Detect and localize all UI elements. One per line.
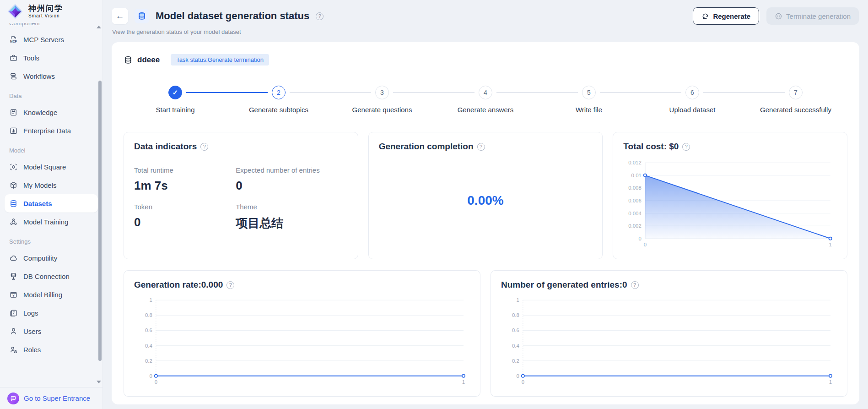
total-cost-chart: 00.0020.0040.0060.0080.010.01201 xyxy=(623,158,837,250)
box-icon xyxy=(9,181,18,190)
step-label: Generated successfully xyxy=(760,106,831,114)
section-label-model: Model xyxy=(9,147,93,154)
sidebar-item-model-training[interactable]: Model Training xyxy=(5,213,98,231)
knowledge-icon xyxy=(9,108,18,117)
svg-text:0: 0 xyxy=(150,373,152,379)
sidebar-item-tools[interactable]: Tools xyxy=(5,49,98,67)
step-start-training: ✓ Start training xyxy=(124,86,227,114)
sidebar-item-label: Tools xyxy=(23,54,39,62)
sidebar-item-mcp-servers[interactable]: MCP MCP Servers xyxy=(5,30,98,49)
sidebar-item-roles[interactable]: Roles xyxy=(5,340,98,359)
scrollbar-thumb[interactable] xyxy=(98,81,102,361)
back-button[interactable]: ← xyxy=(112,8,128,24)
scrollbar-down-arrow[interactable] xyxy=(97,381,101,383)
svg-text:MCP: MCP xyxy=(10,39,17,43)
sidebar-item-knowledge[interactable]: Knowledge xyxy=(5,103,98,121)
total-cost-help-icon[interactable]: ? xyxy=(682,143,690,151)
brand-logo: 神州问学 Smart Vision xyxy=(0,0,102,23)
sidebar-item-label: Knowledge xyxy=(23,109,57,116)
cloud-icon xyxy=(9,254,18,262)
svg-text:0.002: 0.002 xyxy=(629,223,642,229)
generation-rate-chart: 00.20.40.60.8101 xyxy=(134,295,470,387)
step-circle-done: ✓ xyxy=(168,86,182,99)
logs-icon xyxy=(9,309,18,317)
title-help-icon[interactable]: ? xyxy=(316,12,323,20)
page-title: Model dataset generation status xyxy=(156,10,309,22)
metric-total-runtime: Total runtime 1m 7s xyxy=(134,166,236,193)
section-label-component: Component xyxy=(9,23,93,27)
sidebar-item-workflows[interactable]: Workflows xyxy=(5,67,98,85)
task-status-badge: Task status:Generate termination xyxy=(171,54,269,65)
sidebar-item-model-billing[interactable]: ¥ Model Billing xyxy=(5,285,98,304)
dataset-name: ddeee xyxy=(137,55,160,65)
svg-text:1: 1 xyxy=(829,379,832,385)
sidebar-item-enterprise-data[interactable]: Enterprise Data xyxy=(5,121,98,140)
regenerate-icon xyxy=(701,12,709,20)
card-title: Generation completion xyxy=(379,142,474,152)
metric-token: Token 0 xyxy=(134,203,236,231)
sidebar-item-db-connection[interactable]: DB Connection xyxy=(5,267,98,285)
section-label-settings: Settings xyxy=(9,238,93,245)
svg-text:0: 0 xyxy=(644,242,647,247)
billing-icon: ¥ xyxy=(9,290,18,299)
svg-text:0.008: 0.008 xyxy=(629,185,642,191)
database-icon xyxy=(9,199,18,208)
svg-text:0: 0 xyxy=(522,379,524,385)
svg-text:0.01: 0.01 xyxy=(631,173,642,178)
scrollbar-up-arrow[interactable] xyxy=(97,26,101,28)
svg-text:0.8: 0.8 xyxy=(145,312,152,318)
svg-text:1: 1 xyxy=(462,379,465,385)
sidebar-nav: Component MCP MCP Servers Tools Workflow… xyxy=(0,23,102,387)
brand-name: 神州问学 xyxy=(28,5,63,13)
sidebar: 神州问学 Smart Vision Component MCP MCP Serv… xyxy=(0,0,103,409)
generated-entries-card: Number of generated entries:0 ? 00.20.40… xyxy=(491,270,847,397)
super-entrance-link[interactable]: Go to Super Entrance xyxy=(0,387,102,409)
svg-text:0.4: 0.4 xyxy=(145,343,153,349)
data-indicators-help-icon[interactable]: ? xyxy=(200,143,208,151)
svg-text:0.006: 0.006 xyxy=(629,198,642,203)
roles-icon xyxy=(9,345,18,354)
sidebar-item-computility[interactable]: Computility xyxy=(5,249,98,267)
step-circle-current: 2 xyxy=(272,86,286,99)
generation-stepper: ✓ Start training 2 Generate subtopics 3 … xyxy=(124,86,847,114)
sidebar-item-label: Logs xyxy=(23,309,38,317)
sidebar-item-label: Enterprise Data xyxy=(23,127,71,135)
sidebar-item-datasets[interactable]: Datasets xyxy=(5,194,98,213)
svg-text:0.4: 0.4 xyxy=(512,343,520,349)
back-arrow-icon: ← xyxy=(116,11,124,21)
terminate-generation-button[interactable]: Terminate generation xyxy=(766,7,859,25)
step-label: Upload dataset xyxy=(669,106,716,114)
generation-completion-help-icon[interactable]: ? xyxy=(477,143,485,151)
sidebar-item-label: Model Billing xyxy=(23,291,62,299)
sidebar-item-logs[interactable]: Logs xyxy=(5,304,98,322)
super-entrance-label: Go to Super Entrance xyxy=(24,394,90,402)
generated-entries-help-icon[interactable]: ? xyxy=(631,281,639,289)
generation-rate-card: Generation rate:0.000 ? 00.20.40.60.8101 xyxy=(124,270,480,397)
sidebar-item-model-square[interactable]: Model Square xyxy=(5,158,98,176)
pause-circle-icon xyxy=(775,12,782,20)
step-upload-dataset: 6 Upload dataset xyxy=(641,86,744,114)
generated-entries-chart: 00.20.40.60.8101 xyxy=(501,295,837,387)
brand-tagline: Smart Vision xyxy=(28,13,63,18)
briefcase-icon xyxy=(9,54,18,62)
regenerate-button[interactable]: Regenerate xyxy=(693,7,759,25)
sidebar-item-users[interactable]: Users xyxy=(5,322,98,340)
db-connection-icon xyxy=(9,272,18,281)
svg-text:0.6: 0.6 xyxy=(512,327,519,333)
generation-rate-help-icon[interactable]: ? xyxy=(226,281,234,289)
step-label: Write file xyxy=(576,106,602,114)
sidebar-item-label: Model Training xyxy=(23,218,68,226)
sidebar-item-label: Roles xyxy=(23,346,41,354)
card-title: Number of generated entries:0 xyxy=(501,280,627,290)
svg-text:0.004: 0.004 xyxy=(629,211,642,216)
step-write-file: 5 Write file xyxy=(537,86,641,114)
cube-scan-icon xyxy=(9,163,18,171)
svg-text:1: 1 xyxy=(829,242,832,247)
super-entrance-icon xyxy=(7,393,19,404)
sidebar-item-my-models[interactable]: My Models xyxy=(5,176,98,194)
sidebar-item-label: Computility xyxy=(23,254,57,262)
topbar: ← Model dataset generation status ? Rege… xyxy=(103,0,868,25)
page-subtitle: View the generation status of your model… xyxy=(112,28,868,35)
sidebar-item-label: My Models xyxy=(23,181,57,189)
sidebar-item-label: Datasets xyxy=(23,200,52,207)
